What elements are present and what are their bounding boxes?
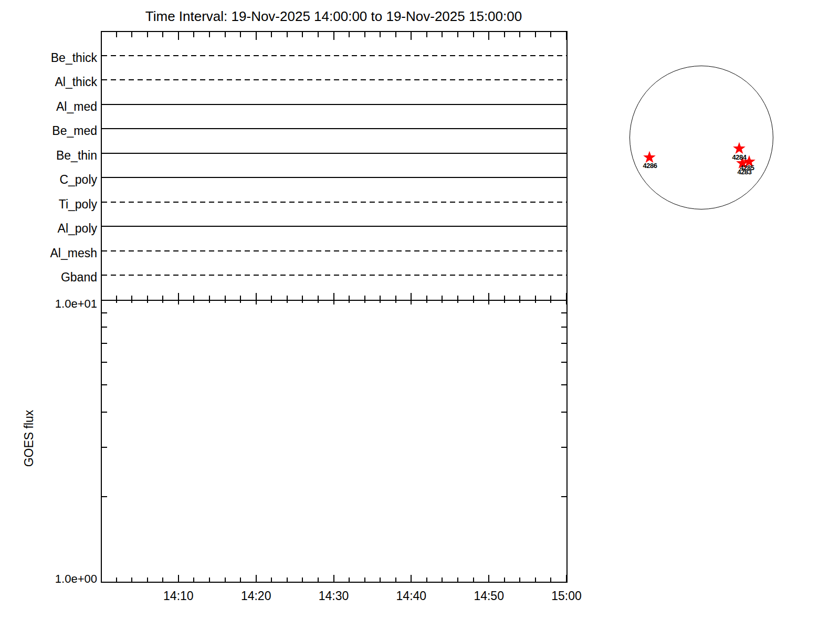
filter-line-C_poly — [102, 177, 566, 178]
solar-disk — [629, 66, 773, 209]
filter-label-Al_med: Al_med — [0, 99, 97, 113]
log-minor-tick — [561, 343, 566, 344]
minor-tick — [147, 296, 148, 303]
minor-tick — [426, 578, 427, 582]
time-tick-label: 14:40 — [396, 589, 427, 603]
filter-label-Al_mesh: Al_mesh — [0, 246, 97, 260]
minor-tick — [535, 296, 536, 303]
log-minor-tick — [102, 412, 107, 413]
time-tick-label: 15:00 — [551, 589, 582, 603]
log-minor-tick — [102, 343, 107, 344]
log-minor-tick — [561, 412, 566, 413]
minor-tick — [395, 578, 396, 582]
minor-tick — [225, 578, 226, 582]
minor-tick — [193, 578, 194, 582]
minor-tick — [395, 32, 396, 37]
minor-tick — [162, 578, 163, 582]
minor-tick — [271, 578, 272, 582]
minor-tick — [426, 32, 427, 37]
minor-tick — [302, 32, 303, 37]
time-tick-label: 14:10 — [163, 589, 194, 603]
major-tick — [178, 575, 179, 582]
minor-tick — [395, 296, 396, 303]
major-tick — [411, 575, 412, 582]
major-tick — [256, 293, 257, 304]
minor-tick — [209, 578, 210, 582]
filter-timeline-panel — [101, 31, 568, 301]
figure-title: Time Interval: 19-Nov-2025 14:00:00 to 1… — [145, 8, 522, 25]
minor-tick — [318, 578, 319, 582]
filter-label-Be_thin: Be_thin — [0, 148, 97, 162]
minor-tick — [442, 32, 443, 37]
minor-tick — [426, 296, 427, 303]
minor-tick — [519, 32, 520, 37]
filter-label-Be_thick: Be_thick — [0, 50, 97, 65]
minor-tick — [302, 578, 303, 582]
filter-label-Ti_poly: Ti_poly — [0, 197, 97, 211]
minor-tick — [131, 578, 132, 582]
minor-tick — [162, 32, 163, 37]
major-tick — [178, 32, 179, 40]
filter-line-Al_mesh — [102, 250, 566, 251]
major-tick — [566, 575, 567, 582]
log-minor-tick — [561, 447, 566, 448]
minor-tick — [550, 296, 551, 303]
major-tick — [488, 293, 489, 304]
filter-line-Gband — [102, 275, 566, 276]
filter-line-Al_med — [102, 104, 566, 105]
filter-line-Be_med — [102, 128, 566, 129]
filter-label-Be_med: Be_med — [0, 124, 97, 138]
minor-tick — [535, 578, 536, 582]
major-tick — [256, 575, 257, 582]
log-minor-tick — [102, 362, 107, 363]
filter-line-Al_poly — [102, 226, 566, 227]
minor-tick — [457, 32, 458, 37]
minor-tick — [535, 32, 536, 37]
minor-tick — [287, 32, 288, 37]
minor-tick — [240, 578, 241, 582]
minor-tick — [271, 296, 272, 303]
filter-line-Be_thin — [102, 153, 566, 154]
minor-tick — [380, 32, 381, 37]
minor-tick — [147, 578, 148, 582]
minor-tick — [349, 296, 350, 303]
minor-tick — [271, 32, 272, 37]
filter-label-Gband: Gband — [0, 270, 97, 285]
filter-label-Al_thick: Al_thick — [0, 75, 97, 89]
minor-tick — [116, 32, 117, 37]
minor-tick — [364, 32, 365, 37]
major-tick — [566, 32, 567, 40]
minor-tick — [131, 296, 132, 303]
minor-tick — [380, 296, 381, 303]
flux-tick-label: 1.0e+00 — [0, 572, 97, 586]
major-tick — [488, 575, 489, 582]
minor-tick — [550, 578, 551, 582]
minor-tick — [457, 296, 458, 303]
minor-tick — [131, 32, 132, 37]
minor-tick — [442, 296, 443, 303]
minor-tick — [193, 296, 194, 303]
filter-line-Ti_poly — [102, 202, 566, 203]
minor-tick — [473, 296, 474, 303]
major-tick — [411, 293, 412, 304]
goes-flux-axis-label: GOES flux — [22, 407, 36, 470]
filter-line-Al_thick — [102, 79, 566, 80]
minor-tick — [225, 32, 226, 37]
log-minor-tick — [561, 327, 566, 328]
minor-tick — [116, 296, 117, 303]
minor-tick — [457, 578, 458, 582]
minor-tick — [519, 296, 520, 303]
minor-tick — [147, 32, 148, 37]
major-tick — [333, 575, 334, 582]
minor-tick — [550, 32, 551, 37]
minor-tick — [380, 578, 381, 582]
log-minor-tick — [561, 384, 566, 385]
minor-tick — [318, 296, 319, 303]
filter-label-Al_poly: Al_poly — [0, 222, 97, 236]
minor-tick — [504, 296, 505, 303]
major-tick — [566, 293, 567, 304]
major-tick — [411, 32, 412, 40]
minor-tick — [193, 32, 194, 37]
time-tick-label: 14:30 — [319, 589, 349, 603]
minor-tick — [209, 296, 210, 303]
